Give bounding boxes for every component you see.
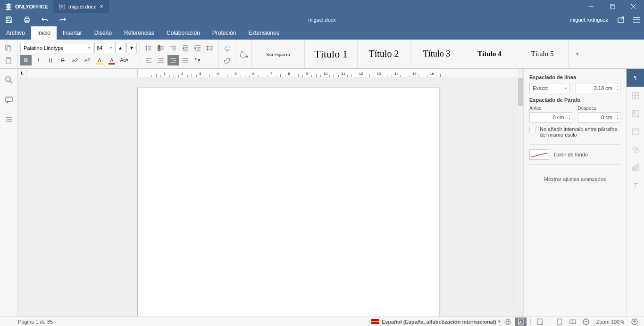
search-icon[interactable]	[3, 74, 15, 86]
copy-button[interactable]	[3, 43, 14, 53]
chart-tab-icon[interactable]	[627, 158, 644, 176]
vertical-scrollbar[interactable]	[518, 77, 523, 311]
menu-insertar[interactable]: Insertar	[57, 26, 88, 40]
copy-style-button[interactable]	[222, 55, 233, 65]
maximize-window-icon[interactable]	[602, 0, 623, 13]
menu-inicio[interactable]: Inicio	[31, 26, 57, 40]
image-tab-icon[interactable]	[627, 105, 644, 122]
underline-button[interactable]: U	[45, 55, 56, 65]
style-sin-espacio[interactable]: Sin espacio	[252, 40, 305, 68]
svg-point-26	[146, 49, 147, 50]
font-color-button[interactable]: A	[106, 55, 117, 65]
menu-proteccion[interactable]: Proteción	[206, 26, 243, 40]
align-left-button[interactable]	[143, 55, 154, 65]
font-family-select[interactable]: Palatino Linotype	[20, 43, 93, 53]
close-tab-icon[interactable]: ×	[100, 3, 103, 10]
comments-icon[interactable]	[3, 94, 15, 106]
horizontal-ruler[interactable]: /*ticks rendered below via spans*/ 12345…	[26, 69, 518, 77]
indent-increase-button[interactable]	[192, 43, 203, 53]
track-changes-icon[interactable]	[535, 318, 546, 326]
page-indicator[interactable]: Página 1 de 35	[18, 319, 53, 325]
menu-diseno[interactable]: Diseño	[88, 26, 118, 40]
no-interval-checkbox[interactable]	[529, 127, 536, 133]
font-size-down[interactable]: ▼	[126, 43, 137, 53]
style-titulo-5[interactable]: Título 5	[516, 40, 569, 68]
spellcheck-icon[interactable]	[502, 318, 513, 326]
strike-button[interactable]: S	[57, 55, 68, 65]
menu-archivo[interactable]: Archivo	[0, 26, 31, 40]
zoom-out-button[interactable]	[580, 318, 592, 326]
doc-language-icon[interactable]	[515, 318, 527, 326]
clear-format-button[interactable]	[222, 43, 233, 53]
bullets-button[interactable]	[143, 43, 154, 53]
font-size-up[interactable]: ▲	[115, 43, 125, 53]
superscript-button[interactable]: A2	[69, 55, 81, 65]
hamburger-menu-icon[interactable]	[629, 13, 644, 26]
fit-page-icon[interactable]	[554, 318, 565, 326]
language-selector[interactable]: Español (España, alfabetización internac…	[371, 319, 500, 325]
align-center-button[interactable]	[155, 55, 167, 65]
numbering-button[interactable]: 123	[155, 43, 167, 53]
header-tab-icon[interactable]	[627, 122, 644, 140]
nonprinting-button[interactable]: ¶▾	[192, 55, 203, 65]
line-spacing-value-input[interactable]: 3.18 cm	[576, 83, 621, 93]
styles-more-icon[interactable]: ▾	[569, 40, 586, 68]
headings-icon[interactable]	[3, 114, 15, 125]
divider	[529, 144, 620, 145]
advanced-settings-link[interactable]: Mostrar ajustes avanzados	[544, 176, 606, 182]
shape-tab-icon[interactable]	[627, 140, 644, 158]
flag-icon	[371, 319, 379, 324]
font-size-select[interactable]: 84	[94, 43, 114, 53]
ruler-corner[interactable]: L	[18, 69, 26, 77]
bold-button[interactable]: B	[20, 55, 32, 65]
change-case-button[interactable]: Aa▾	[118, 55, 130, 65]
paste-button[interactable]	[3, 55, 14, 65]
no-interval-label: No añadir intervalo entre párrafos del m…	[540, 126, 620, 138]
user-name[interactable]: miguel.rodriguez	[564, 17, 614, 23]
divider	[529, 164, 620, 165]
doc-icon	[59, 4, 65, 9]
svg-rect-0	[59, 4, 64, 9]
zoom-level[interactable]: Zoom 100%	[596, 319, 624, 325]
document-tab[interactable]: miguel.docx ×	[53, 0, 109, 13]
close-window-icon[interactable]	[623, 0, 644, 13]
open-location-button[interactable]	[614, 13, 629, 26]
app-logo: ONLYOFFICE	[0, 3, 53, 10]
fit-width-icon[interactable]	[567, 318, 578, 326]
zoom-in-button[interactable]	[629, 318, 640, 326]
align-justify-button[interactable]	[180, 55, 191, 65]
line-spacing-mode-select[interactable]: Exacto	[529, 83, 570, 93]
spacing-after-input[interactable]: 0 cm	[578, 112, 621, 122]
style-titulo-1[interactable]: Título 1	[305, 40, 358, 68]
minimize-window-icon[interactable]	[580, 0, 602, 13]
undo-button[interactable]	[36, 13, 54, 26]
highlight-button[interactable]: A	[94, 55, 105, 65]
svg-rect-10	[7, 20, 11, 23]
style-titulo-4[interactable]: Título 4	[463, 40, 516, 68]
italic-button[interactable]: I	[33, 55, 44, 65]
svg-rect-13	[25, 21, 28, 23]
align-right-button[interactable]	[167, 55, 179, 65]
multilevel-button[interactable]	[167, 43, 179, 53]
bg-color-swatch[interactable]	[529, 149, 549, 160]
save-button[interactable]	[0, 13, 18, 26]
textart-tab-icon[interactable]: T	[627, 176, 644, 194]
paragraph-tab-icon[interactable]: ¶	[627, 69, 644, 87]
document-page[interactable]	[137, 88, 439, 317]
svg-rect-20	[6, 58, 11, 64]
shading-button[interactable]	[236, 41, 251, 68]
redo-button[interactable]	[54, 13, 72, 26]
line-spacing-button[interactable]	[204, 43, 216, 53]
table-tab-icon[interactable]	[627, 87, 644, 105]
style-titulo-2[interactable]: Título 2	[358, 40, 410, 68]
spacing-before-input[interactable]: 0 cm	[529, 112, 572, 122]
bg-color-label: Color de fondo	[554, 152, 588, 157]
indent-decrease-button[interactable]	[180, 43, 191, 53]
menu-extensiones[interactable]: Extensiones	[243, 26, 285, 40]
menu-referencias[interactable]: Referencias	[118, 26, 160, 40]
subscript-button[interactable]: A2	[82, 55, 93, 65]
svg-rect-78	[635, 166, 636, 171]
print-button[interactable]	[18, 13, 36, 26]
menu-colaboracion[interactable]: Colaboración	[160, 26, 206, 40]
style-titulo-3[interactable]: Título 3	[410, 40, 463, 68]
